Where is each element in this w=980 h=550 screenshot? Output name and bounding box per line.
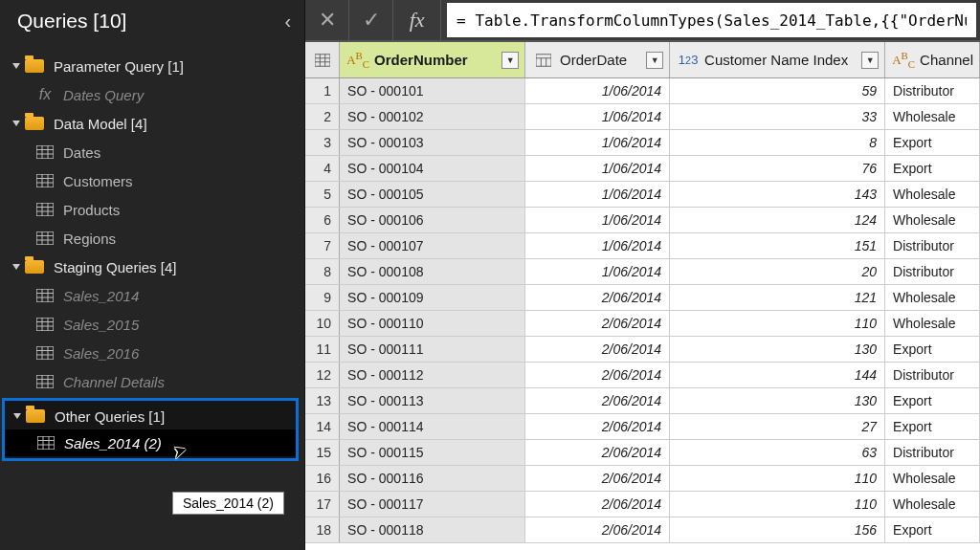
row-number[interactable]: 1	[305, 78, 340, 103]
table-row[interactable]: 14SO - 0001142/06/201427Export	[305, 414, 980, 440]
table-row[interactable]: 15SO - 0001152/06/201463Distributor	[305, 440, 980, 466]
table-row[interactable]: 11SO - 0001112/06/2014130Export	[305, 337, 980, 363]
row-number[interactable]: 12	[305, 363, 340, 387]
row-number[interactable]: 2	[305, 104, 340, 129]
queries-group[interactable]: Staging Queries [4]	[0, 253, 304, 281]
row-number[interactable]: 3	[305, 130, 340, 155]
cell-customerindex[interactable]: 110	[670, 492, 885, 517]
table-row[interactable]: 1SO - 0001011/06/201459Distributor	[305, 78, 980, 104]
cell-ordernumber[interactable]: SO - 000101	[340, 78, 525, 103]
queries-group[interactable]: Parameter Query [1]	[0, 52, 304, 80]
cell-ordernumber[interactable]: SO - 000104	[340, 156, 525, 181]
cell-ordernumber[interactable]: SO - 000109	[340, 285, 525, 310]
row-number[interactable]: 9	[305, 285, 340, 310]
cell-customerindex[interactable]: 144	[670, 363, 885, 387]
cell-customerindex[interactable]: 27	[670, 414, 885, 439]
cell-ordernumber[interactable]: SO - 000117	[340, 492, 525, 517]
cell-customerindex[interactable]: 63	[670, 440, 885, 465]
cell-customerindex[interactable]: 156	[670, 517, 885, 542]
column-filter-icon[interactable]: ▼	[646, 52, 663, 69]
column-header-channel[interactable]: ABC Channel	[885, 42, 980, 77]
group-other-queries[interactable]: Other Queries [1]	[5, 403, 296, 429]
column-filter-icon[interactable]: ▼	[501, 52, 519, 69]
cell-ordernumber[interactable]: SO - 000103	[340, 130, 525, 155]
cell-channel[interactable]: Wholesale	[885, 182, 980, 207]
cell-orderdate[interactable]: 1/06/2014	[525, 233, 670, 258]
cell-ordernumber[interactable]: SO - 000116	[340, 466, 525, 491]
query-item[interactable]: Dates	[0, 138, 304, 166]
cell-orderdate[interactable]: 2/06/2014	[525, 311, 670, 336]
query-item[interactable]: Sales_2016	[0, 339, 304, 367]
formula-commit-button[interactable]: ✓	[349, 0, 393, 41]
cell-channel[interactable]: Export	[885, 414, 980, 439]
cell-channel[interactable]: Export	[885, 337, 980, 362]
cell-customerindex[interactable]: 121	[670, 285, 885, 310]
cell-customerindex[interactable]: 76	[670, 156, 885, 181]
row-number[interactable]: 10	[305, 311, 340, 336]
cell-ordernumber[interactable]: SO - 000118	[340, 517, 525, 542]
select-all-corner[interactable]	[305, 42, 340, 77]
query-item-selected[interactable]: Sales_2014 (2) ➤	[5, 429, 296, 456]
cell-orderdate[interactable]: 2/06/2014	[525, 414, 670, 439]
cell-ordernumber[interactable]: SO - 000112	[340, 363, 525, 387]
cell-customerindex[interactable]: 143	[670, 182, 885, 207]
cell-ordernumber[interactable]: SO - 000114	[340, 414, 525, 439]
row-number[interactable]: 16	[305, 466, 340, 491]
row-number[interactable]: 8	[305, 259, 340, 284]
cell-orderdate[interactable]: 2/06/2014	[525, 440, 670, 465]
cell-ordernumber[interactable]: SO - 000111	[340, 337, 525, 362]
row-number[interactable]: 17	[305, 492, 340, 517]
cell-channel[interactable]: Wholesale	[885, 311, 980, 336]
cell-channel[interactable]: Wholesale	[885, 285, 980, 310]
cell-orderdate[interactable]: 2/06/2014	[525, 492, 670, 517]
cell-ordernumber[interactable]: SO - 000113	[340, 388, 525, 413]
cell-channel[interactable]: Distributor	[885, 259, 980, 284]
row-number[interactable]: 14	[305, 414, 340, 439]
cell-channel[interactable]: Distributor	[885, 233, 980, 258]
cell-orderdate[interactable]: 1/06/2014	[525, 104, 670, 129]
table-row[interactable]: 18SO - 0001182/06/2014156Export	[305, 517, 980, 543]
row-number[interactable]: 7	[305, 233, 340, 258]
cell-ordernumber[interactable]: SO - 000106	[340, 208, 525, 232]
cell-ordernumber[interactable]: SO - 000108	[340, 259, 525, 284]
cell-ordernumber[interactable]: SO - 000105	[340, 182, 525, 207]
fx-icon[interactable]: fx	[393, 0, 441, 41]
cell-channel[interactable]: Wholesale	[885, 492, 980, 517]
table-row[interactable]: 3SO - 0001031/06/20148Export	[305, 130, 980, 156]
cell-channel[interactable]: Export	[885, 517, 980, 542]
table-row[interactable]: 8SO - 0001081/06/201420Distributor	[305, 259, 980, 285]
cell-orderdate[interactable]: 2/06/2014	[525, 363, 670, 387]
query-item[interactable]: fxDates Query	[0, 80, 304, 109]
formula-input[interactable]	[447, 3, 976, 37]
table-row[interactable]: 9SO - 0001092/06/2014121Wholesale	[305, 285, 980, 311]
cell-customerindex[interactable]: 59	[670, 78, 885, 103]
cell-channel[interactable]: Export	[885, 388, 980, 413]
cell-ordernumber[interactable]: SO - 000115	[340, 440, 525, 465]
cell-channel[interactable]: Distributor	[885, 440, 980, 465]
queries-group[interactable]: Data Model [4]	[0, 109, 304, 138]
cell-customerindex[interactable]: 20	[670, 259, 885, 284]
cell-channel[interactable]: Distributor	[885, 78, 980, 103]
query-item[interactable]: Regions	[0, 224, 304, 253]
query-item[interactable]: Sales_2014	[0, 281, 304, 310]
cell-orderdate[interactable]: 2/06/2014	[525, 517, 670, 542]
table-row[interactable]: 13SO - 0001132/06/2014130Export	[305, 388, 980, 414]
row-number[interactable]: 5	[305, 182, 340, 207]
table-row[interactable]: 16SO - 0001162/06/2014110Wholesale	[305, 466, 980, 492]
column-header-customerindex[interactable]: 123 Customer Name Index ▼	[670, 42, 885, 77]
row-number[interactable]: 11	[305, 337, 340, 362]
cell-ordernumber[interactable]: SO - 000110	[340, 311, 525, 336]
cell-orderdate[interactable]: 1/06/2014	[525, 78, 670, 103]
cell-channel[interactable]: Wholesale	[885, 208, 980, 232]
cell-channel[interactable]: Export	[885, 130, 980, 155]
cell-customerindex[interactable]: 130	[670, 337, 885, 362]
cell-orderdate[interactable]: 1/06/2014	[525, 259, 670, 284]
cell-ordernumber[interactable]: SO - 000102	[340, 104, 525, 129]
cell-customerindex[interactable]: 8	[670, 130, 885, 155]
table-row[interactable]: 4SO - 0001041/06/201476Export	[305, 156, 980, 182]
cell-orderdate[interactable]: 2/06/2014	[525, 388, 670, 413]
cell-channel[interactable]: Distributor	[885, 363, 980, 387]
cell-orderdate[interactable]: 2/06/2014	[525, 285, 670, 310]
row-number[interactable]: 18	[305, 517, 340, 542]
table-row[interactable]: 2SO - 0001021/06/201433Wholesale	[305, 104, 980, 130]
